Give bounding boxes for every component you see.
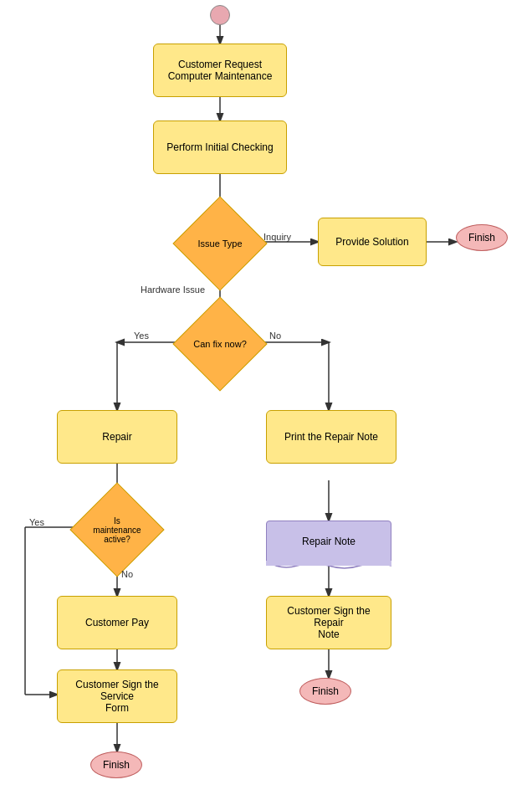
print-repair-note-label: Print the Repair Note <box>284 431 378 443</box>
can-fix-label: Can fix now? <box>184 308 256 380</box>
repair-note-doc-wave <box>266 561 391 571</box>
no-canfix-label: No <box>269 331 281 341</box>
finish1-label: Finish <box>468 232 495 244</box>
customer-request-node: Customer Request Computer Maintenance <box>153 44 287 97</box>
is-maintenance-container: Is maintenance active? <box>81 494 153 566</box>
finish2-label: Finish <box>103 759 130 771</box>
start-node <box>210 5 230 25</box>
customer-request-label: Customer Request Computer Maintenance <box>168 59 273 82</box>
yes-maint-label: Yes <box>29 517 44 527</box>
finish2-node: Finish <box>90 751 142 778</box>
customer-sign-repair-node: Customer Sign the Repair Note <box>266 596 391 649</box>
customer-sign-repair-label: Customer Sign the Repair Note <box>274 605 384 640</box>
can-fix-container: Can fix now? <box>184 308 256 380</box>
customer-sign-service-node: Customer Sign the Service Form <box>57 669 177 723</box>
svg-rect-20 <box>266 561 391 566</box>
finish3-label: Finish <box>312 685 339 697</box>
print-repair-note-node: Print the Repair Note <box>266 410 396 464</box>
customer-pay-node: Customer Pay <box>57 596 177 649</box>
provide-solution-label: Provide Solution <box>335 236 408 248</box>
yes-canfix-label: Yes <box>134 331 149 341</box>
perform-checking-node: Perform Initial Checking <box>153 121 287 174</box>
hardware-issue-label: Hardware Issue <box>141 285 205 295</box>
finish1-node: Finish <box>456 224 508 251</box>
customer-pay-label: Customer Pay <box>85 617 149 628</box>
repair-node: Repair <box>57 410 177 464</box>
provide-solution-node: Provide Solution <box>318 218 427 266</box>
repair-note-doc-label: Repair Note <box>302 536 356 547</box>
customer-sign-service-label: Customer Sign the Service Form <box>64 679 170 714</box>
perform-checking-label: Perform Initial Checking <box>166 141 273 153</box>
repair-label: Repair <box>102 431 131 443</box>
inquiry-label: Inquiry <box>263 232 291 242</box>
issue-type-label: Issue Type <box>184 208 256 280</box>
finish3-node: Finish <box>299 678 351 705</box>
no-maint-label: No <box>121 569 133 579</box>
repair-note-doc: Repair Note <box>266 521 391 562</box>
flowchart: Customer Request Computer Maintenance Pe… <box>0 0 532 795</box>
issue-type-container: Issue Type <box>184 208 256 280</box>
is-maintenance-label: Is maintenance active? <box>81 494 153 566</box>
